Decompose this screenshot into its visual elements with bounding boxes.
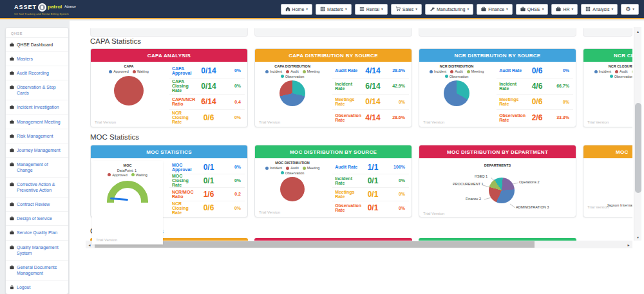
stat-row: Audit Rate0/60% (497, 63, 573, 78)
stat-value: 0/14 (197, 66, 220, 75)
legend-label: Waiting (136, 173, 147, 178)
sidebar-item-service-quality-plan[interactable]: Service Quality Plan (6, 225, 68, 239)
ncr-closure-card: NCR CLOSURE NCR CLOSURE IncidentAuditMee… (583, 48, 632, 127)
nav-manufacturing-button[interactable]: Manufacturing ▾ (425, 4, 473, 15)
card-header: CAPA ANALYSIS (91, 49, 247, 62)
legend-label: Waiting (137, 69, 149, 74)
sidebar-item-audit-recording[interactable]: Audit Recording (6, 66, 68, 80)
nav-menu: Home ▾ Masters ▾ Rental ▾ Sales ▾ Manufa… (281, 4, 639, 15)
list-icon (359, 6, 365, 12)
vertical-scroll-thumb[interactable] (635, 103, 641, 193)
stat-label: Meetings Rate (335, 97, 361, 106)
nav-hr-button[interactable]: HR ▾ (551, 4, 578, 15)
nav-home-button[interactable]: Home ▾ (281, 4, 312, 15)
stats-list: Audit Rate4/1428.6%Incident Rate6/1442.9… (330, 62, 412, 127)
sidebar-item-risk-management[interactable]: Risk Management (6, 129, 68, 143)
capa-pie-chart: CAPA ApprovedWaiting Trial Version (91, 62, 167, 127)
vertical-scrollbar[interactable]: ▴ ▾ (634, 27, 641, 241)
legend-label: Audit (290, 166, 299, 170)
pie-chart (280, 177, 305, 201)
sidebar-item-management-meeting[interactable]: Management Meeting (6, 115, 68, 129)
top-navbar: ASSET patrol Advance Oil Tool Tracking a… (0, 0, 644, 19)
sidebar-item-management-of-change[interactable]: Management of Change (6, 157, 68, 177)
ncr-closure-chart: NCR CLOSURE IncidentAuditMeetingObservat… (583, 62, 632, 127)
sidebar-item-logout[interactable]: Logout (6, 280, 68, 294)
trial-version-watermark: Trial Version (259, 210, 280, 214)
legend-dot-icon (615, 70, 618, 73)
stat-pct: 0% (220, 68, 242, 73)
sidebar-item-label: Management Meeting (17, 119, 61, 125)
briefcase-icon (10, 265, 14, 270)
chevron-down-icon: ▾ (611, 7, 613, 11)
pie-label-operations: Operations 2 (519, 180, 540, 184)
briefcase-icon (10, 162, 14, 167)
nav-analysis-button[interactable]: Analysis ▾ (581, 4, 618, 15)
nav-qhse-button[interactable]: QHSE ▾ (516, 4, 549, 15)
legend-label: Meeting (471, 69, 484, 74)
legend-item: Observation (445, 75, 469, 79)
chevron-down-icon: ▾ (572, 7, 574, 11)
partial-card (254, 28, 412, 37)
chevron-down-icon: ▾ (467, 7, 469, 11)
sidebar-item-label: Observation & Stop Cards (17, 84, 64, 96)
stat-pct: 33.3% (549, 115, 571, 120)
legend-item: Incident (265, 69, 282, 74)
stat-pct: 0.2 (220, 192, 242, 196)
nav-sales-button[interactable]: Sales ▾ (391, 4, 422, 15)
stat-row: Audit Rate1/1100% (332, 161, 409, 174)
stat-row: Meetings Rate0/60% (497, 95, 573, 110)
legend-item: Meeting (632, 69, 632, 74)
trial-version-watermark: Trial Version (587, 120, 609, 124)
sidebar-item-contract-review[interactable]: Contract Review (6, 197, 68, 211)
sidebar-item-quality-management-system[interactable]: Quality Management System (6, 240, 68, 260)
nav-finance-button[interactable]: Finance ▾ (477, 4, 513, 15)
briefcase-icon (10, 42, 14, 47)
legend-dot-icon (108, 173, 111, 176)
app-logo: ASSET patrol Advance Oil Tool Tracking a… (14, 3, 76, 15)
main-content: CAPA Statistics CAPA ANALYSIS CAPA Appro… (70, 21, 644, 294)
nav-settings-button[interactable]: ⚙ ▾ (621, 4, 639, 15)
vertical-scroll-track[interactable] (634, 35, 642, 233)
stat-value: 0/14 (361, 97, 384, 106)
stat-pct: 0% (384, 192, 406, 196)
stat-value: 0/6 (526, 97, 549, 106)
sidebar-item-masters[interactable]: Masters (6, 51, 68, 66)
stat-row: Meetings Rate0/140% (332, 95, 409, 110)
sidebar-item-general-documents-management[interactable]: General Documents Management (6, 260, 68, 280)
legend-label: Audit (620, 69, 628, 74)
scroll-up-icon[interactable]: ▴ (634, 27, 642, 35)
stat-value: 0/1 (197, 163, 220, 172)
stat-label: Meetings Rate (335, 190, 361, 199)
moc-distribution-pie-chart: MOC DISTRIBUTION IncidentAuditMeetingObs… (255, 158, 330, 217)
stat-pct: 0% (549, 68, 571, 73)
stat-value: 6/14 (361, 82, 384, 91)
sidebar-item-corrective-preventive-action[interactable]: Corrective Action & Preventive Action (6, 177, 68, 197)
horizontal-scroll-track[interactable] (93, 241, 625, 248)
legend-label: Approved (112, 173, 128, 178)
legend-dot-icon (286, 167, 289, 170)
sidebar-item-incident-investigation[interactable]: Incident Investigation (6, 100, 68, 114)
nav-label: Sales (402, 7, 414, 12)
nav-masters-button[interactable]: Masters ▾ (316, 4, 352, 15)
sidebar-item-label: Contract Review (17, 201, 50, 207)
legend-label: Incident (599, 69, 611, 74)
stat-pct: 66.7% (549, 84, 571, 88)
sidebar-item-observation-stop-cards[interactable]: Observation & Stop Cards (6, 80, 68, 100)
nav-label: Manufacturing (437, 7, 465, 12)
sidebar-item-journey-management[interactable]: Journey Management (6, 143, 68, 157)
horizontal-scrollbar[interactable]: ◂ ▸ (86, 241, 632, 248)
stat-label: NCR Closing Rate (172, 111, 197, 124)
logo-icon (38, 3, 46, 12)
scroll-down-icon[interactable]: ▾ (634, 233, 642, 241)
nav-rental-button[interactable]: Rental ▾ (355, 4, 388, 15)
trial-version-watermark: Trial Version (259, 120, 280, 124)
sidebar-item-design-of-service[interactable]: Design of Service (6, 211, 68, 225)
moc-distribution-department-card: MOC DISTRIBUTION BY DEPARTMENT DEPARTMEN… (419, 145, 576, 217)
nav-label: Finance (488, 7, 504, 12)
stat-pct: 0% (220, 115, 242, 120)
briefcase-icon (481, 6, 486, 12)
sidebar-item-label: Service Quality Plan (17, 230, 57, 235)
scroll-right-icon[interactable]: ▸ (625, 241, 632, 248)
sidebar-item-qhse-dashboard[interactable]: QHSE Dashboard (6, 37, 68, 51)
stat-row: CAPA Approval0/140% (169, 63, 245, 78)
